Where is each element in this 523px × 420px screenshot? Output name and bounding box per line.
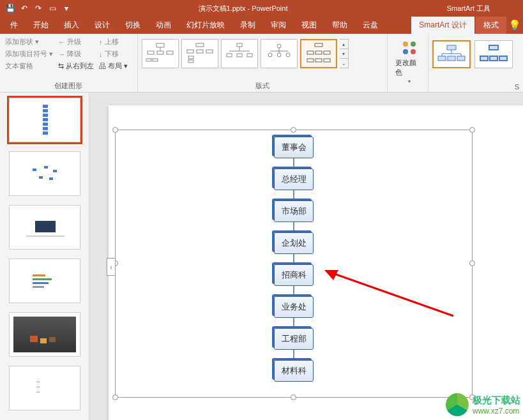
- save-icon[interactable]: 💾: [5, 3, 15, 13]
- svg-point-33: [411, 41, 416, 47]
- svg-rect-68: [49, 337, 56, 342]
- demote-button[interactable]: → 降级: [57, 49, 95, 59]
- group-change-colors: 更改颜色 ▾: [388, 34, 428, 92]
- tab-slideshow[interactable]: 幻灯片放映: [179, 17, 232, 34]
- svg-point-21: [277, 53, 281, 57]
- slide-thumb-4[interactable]: [9, 259, 80, 303]
- tab-design[interactable]: 设计: [87, 17, 117, 34]
- slide-thumbnails-panel[interactable]: •••••••••: [0, 93, 89, 420]
- resize-handle-tl[interactable]: [112, 127, 118, 133]
- add-shape-label: 添加形状: [5, 37, 33, 47]
- tell-me-icon[interactable]: 💡: [506, 17, 523, 34]
- move-up-button[interactable]: ↑ 上移: [98, 36, 129, 47]
- slideshow-start-icon[interactable]: ▭: [47, 3, 57, 13]
- tab-help[interactable]: 帮助: [324, 17, 355, 34]
- ribbon-tabs: 件 开始 插入 设计 切换 动画 幻灯片放映 录制 审阅 视图 帮助 云盘 Sm…: [0, 17, 523, 34]
- svg-point-22: [286, 53, 290, 57]
- svg-rect-11: [188, 56, 193, 59]
- resize-handle-bl[interactable]: [112, 394, 118, 400]
- layout-option-5-selected[interactable]: [300, 39, 337, 68]
- svg-rect-38: [448, 56, 455, 61]
- smartart-node[interactable]: 董事会: [274, 137, 314, 158]
- tab-animations[interactable]: 动画: [148, 17, 179, 34]
- add-bullet-button[interactable]: 添加项目符号 ▾: [4, 49, 54, 59]
- tab-view[interactable]: 视图: [294, 17, 324, 34]
- add-shape-button[interactable]: 添加形状 ▾: [4, 36, 54, 47]
- svg-rect-65: [33, 286, 44, 288]
- resize-handle-bm[interactable]: [291, 394, 296, 400]
- smartart-node[interactable]: 总经理: [274, 169, 314, 190]
- svg-rect-50: [43, 114, 48, 117]
- watermark: 极光下载站 www.xz7.com: [446, 393, 520, 416]
- svg-rect-10: [206, 50, 213, 53]
- smartart-node[interactable]: 材料科: [274, 360, 314, 382]
- connector: [293, 318, 294, 328]
- layout-button[interactable]: 品 布局 ▾: [98, 61, 129, 71]
- resize-handle-mr[interactable]: [469, 260, 475, 266]
- tab-transitions[interactable]: 切换: [117, 17, 148, 34]
- undo-icon[interactable]: ↶: [19, 3, 29, 13]
- tab-home[interactable]: 开始: [26, 17, 56, 34]
- smartart-node[interactable]: 业务处: [274, 296, 314, 318]
- group-layouts: ▴▾⌄ 版式: [138, 34, 388, 92]
- smartart-node[interactable]: 企划处: [274, 232, 314, 254]
- svg-rect-60: [35, 221, 56, 232]
- change-colors-button[interactable]: 更改颜色 ▾: [391, 36, 427, 87]
- tab-format[interactable]: 格式: [476, 17, 506, 34]
- smartart-node[interactable]: 市场部: [274, 200, 314, 222]
- tab-smartart-design[interactable]: SmartArt 设计: [411, 17, 474, 34]
- slide-thumb-3[interactable]: [9, 205, 80, 250]
- tab-file[interactable]: 件: [3, 17, 26, 34]
- promote-label: 升级: [67, 37, 81, 47]
- document-title: 演示文稿1.pptx - PowerPoint: [72, 4, 414, 13]
- group-label-styles: S: [428, 83, 523, 91]
- svg-rect-18: [247, 54, 252, 57]
- layouts-gallery-more[interactable]: ▴▾⌄: [340, 39, 349, 68]
- svg-rect-3: [157, 51, 163, 54]
- connector: [293, 158, 294, 169]
- layout-option-4[interactable]: [261, 39, 298, 68]
- smartart-node[interactable]: 招商科: [274, 264, 314, 286]
- slide-thumb-5[interactable]: [9, 312, 80, 357]
- svg-rect-54: [43, 131, 48, 135]
- smartart-vertical-chain: 董事会 总经理 市场部 企划处 招商科 业务处 工程部 材料科: [274, 137, 314, 382]
- text-pane-toggle[interactable]: ‹: [107, 258, 116, 276]
- connector: [293, 222, 294, 232]
- slide-thumb-6[interactable]: •••••••••: [9, 366, 80, 410]
- slide-editor[interactable]: ‹ 董事会 总经理 市场部 企划处 招商科 业务处 工程部 材料科: [89, 93, 523, 420]
- resize-handle-tm[interactable]: [291, 127, 296, 133]
- layout-option-1[interactable]: [142, 39, 179, 68]
- slide-thumb-2[interactable]: [9, 151, 80, 196]
- redo-icon[interactable]: ↷: [33, 3, 43, 13]
- smartart-node[interactable]: 工程部: [274, 328, 314, 350]
- svg-rect-67: [40, 338, 47, 343]
- connector: [293, 254, 294, 264]
- move-down-button[interactable]: ↓ 下移: [98, 49, 129, 59]
- node-text: 总经理: [282, 174, 307, 185]
- layout-option-2[interactable]: [181, 39, 218, 68]
- svg-rect-31: [324, 59, 330, 62]
- svg-rect-59: [49, 177, 53, 180]
- svg-rect-27: [315, 51, 322, 54]
- text-pane-button[interactable]: 文本窗格: [4, 61, 54, 71]
- style-option-2[interactable]: [474, 40, 513, 68]
- layout-label: 布局: [108, 61, 122, 71]
- style-option-1-selected[interactable]: [432, 40, 471, 68]
- tab-cloud[interactable]: 云盘: [355, 17, 386, 34]
- tab-insert[interactable]: 插入: [56, 17, 87, 34]
- svg-point-34: [403, 49, 408, 54]
- svg-rect-62: [33, 274, 45, 276]
- tab-record[interactable]: 录制: [232, 17, 263, 34]
- svg-rect-2: [148, 51, 154, 54]
- qat-more-icon[interactable]: ▾: [61, 3, 72, 13]
- slide-canvas[interactable]: ‹ 董事会 总经理 市场部 企划处 招商科 业务处 工程部 材料科: [109, 105, 523, 420]
- resize-handle-tr[interactable]: [469, 127, 475, 133]
- group-label-layouts: 版式: [138, 81, 388, 91]
- rtl-button[interactable]: ⇆ 从右到左: [57, 61, 95, 71]
- slide-thumb-1[interactable]: [9, 98, 80, 142]
- node-text: 工程部: [282, 333, 307, 345]
- smartart-selection-frame[interactable]: ‹ 董事会 总经理 市场部 企划处 招商科 业务处 工程部 材料科: [115, 130, 473, 398]
- promote-button[interactable]: ← 升级: [57, 36, 95, 47]
- tab-review[interactable]: 审阅: [263, 17, 294, 34]
- layout-option-3[interactable]: [221, 39, 258, 68]
